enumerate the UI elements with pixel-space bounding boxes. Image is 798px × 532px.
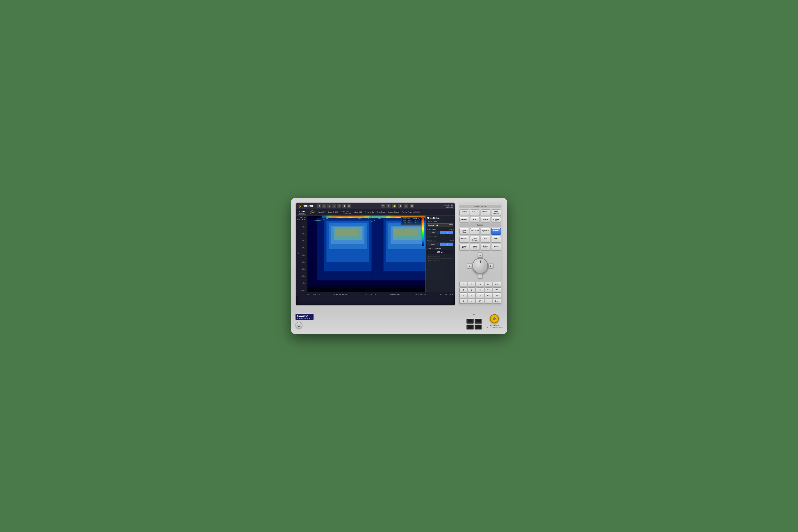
key-gn[interactable]: G/n: [485, 282, 492, 287]
system-button[interactable]: System: [481, 228, 490, 235]
download-icon[interactable]: ↓: [332, 204, 336, 208]
acq-time-label: Acq Time 30 ms: [440, 293, 453, 295]
amptd-button[interactable]: AMPTD: [459, 217, 469, 222]
arrow-down-row: ▼: [478, 274, 483, 279]
key-4[interactable]: 4: [459, 287, 467, 292]
pause-icon[interactable]: ⏸: [342, 204, 346, 208]
key-7[interactable]: 7: [459, 282, 467, 287]
network-icon[interactable]: ⊞: [410, 204, 414, 208]
usb-port-3[interactable]: [467, 325, 474, 329]
key-km[interactable]: k/m: [485, 293, 492, 298]
arrow-down-button[interactable]: ▼: [478, 274, 483, 279]
color-scale-bar: [422, 217, 424, 246]
usb-symbol: ⌁: [473, 312, 475, 317]
global-tab[interactable]: Global: [449, 240, 454, 242]
mode-meas-button[interactable]: Mode/ Meas: [459, 244, 469, 250]
power-button[interactable]: ⏻: [296, 322, 302, 329]
usb-port-1[interactable]: [467, 319, 474, 324]
meas-panel-close-btn[interactable]: ▾: [452, 217, 453, 220]
meas-tab[interactable]: Meas: [449, 224, 454, 226]
key-1[interactable]: 1: [459, 293, 467, 298]
trace-button[interactable]: Trace: [481, 217, 490, 222]
arrow-up-button[interactable]: ▲: [478, 252, 483, 258]
screen-toolbar: ↺ ↻ ∿ ↓ ⏱ ⏸ ✉: [317, 204, 351, 208]
finite-btn[interactable]: Finite: [440, 243, 453, 246]
measurement-section-title: Measurement: [459, 205, 501, 208]
preset-button[interactable]: Preset: [491, 228, 501, 235]
usb-port-4[interactable]: [475, 325, 482, 329]
x-start-label: Start 2.614 GHz: [307, 293, 320, 295]
key-esc[interactable]: Esc: [493, 282, 501, 287]
key-2[interactable]: 2: [468, 293, 475, 298]
rbw-label: RBW 100.431 kHz: [334, 293, 348, 295]
single-cont-button[interactable]: Single /Cont: [459, 228, 469, 235]
peak-search-button[interactable]: Peak Search: [491, 209, 501, 216]
freq-button[interactable]: FREQ: [459, 209, 469, 216]
meas-panel-header: Meas Setup ▾: [427, 217, 453, 220]
key-3[interactable]: 3: [476, 293, 484, 298]
trace-on-btn[interactable]: On: [427, 231, 440, 234]
sys-row-3: Mode/ Meas Meas Setup Quick Save Touch: [459, 244, 501, 250]
key-mu[interactable]: M/μ: [485, 287, 492, 292]
help-circle-icon[interactable]: ?: [386, 204, 391, 208]
y-axis-area: Log Mode Ref -50 dBm -60.0 -70.0 -80.0 -…: [296, 215, 307, 292]
restart-button[interactable]: Restart: [459, 236, 469, 243]
folder-icon[interactable]: 📁: [392, 204, 396, 208]
spectrum-chart[interactable]: Total Time: 349.561 s Total Frame: 11653…: [307, 215, 455, 292]
knob-area: ▲ ◀ ▶ ▼: [459, 252, 501, 279]
y-label-2: -70.0: [297, 233, 306, 235]
infinite-btn[interactable]: Infinite: [427, 243, 440, 246]
key-0[interactable]: 0: [459, 299, 467, 304]
key-5[interactable]: 5: [468, 287, 475, 292]
file-button[interactable]: File: [481, 236, 490, 243]
meas-setup-button[interactable]: Meas Setup: [470, 244, 480, 250]
quick-save-button[interactable]: Quick Save: [481, 244, 490, 250]
input-output-button[interactable]: Input/ Output: [470, 236, 480, 243]
finite-persistence-label: Finite Persistence: [427, 247, 453, 249]
ogram-view-start2: Ogram View Start: [427, 260, 453, 262]
key-backspace[interactable]: ←: [485, 299, 492, 304]
settings-icon[interactable]: ⚙: [398, 204, 402, 208]
input-info: Input: RF: [318, 211, 326, 213]
key-dot[interactable]: .: [468, 299, 475, 304]
bw-button[interactable]: BW: [470, 217, 480, 222]
rf-connector-body[interactable]: [490, 314, 499, 323]
wave-icon[interactable]: ∿: [327, 204, 331, 208]
camera-icon[interactable]: 📷: [381, 204, 385, 208]
arrow-right-button[interactable]: ▶: [489, 263, 493, 268]
bottom-axis: Start 2.614 GHz RBW 100.431 kHz Center 2…: [296, 292, 455, 296]
setting-tab[interactable]: Setting: [449, 229, 454, 231]
persistence-toggle: Infinite Finite: [427, 243, 453, 246]
history-icon[interactable]: ⏱: [337, 204, 341, 208]
key-enter[interactable]: Enter: [493, 299, 501, 304]
key-8[interactable]: 8: [468, 282, 475, 287]
svg-rect-32: [372, 215, 372, 292]
key-6[interactable]: 6: [476, 287, 484, 292]
limits-tab[interactable]: Limits: [449, 234, 454, 236]
list-icon[interactable]: ☰: [404, 204, 408, 208]
usb-port-2[interactable]: [475, 319, 482, 324]
touch-button[interactable]: Touch: [491, 244, 501, 250]
top-section: ⚡ SIGLENT ↺ ↻ ∿ ↓ ⏱ ⏸ ✉ 📷 ? 📁 ⚙: [291, 198, 507, 309]
x-center-label: Center 2.634 GHz: [362, 293, 376, 295]
user-menu-button[interactable]: User Menu: [470, 228, 480, 235]
arrow-up-row: ▲: [478, 252, 483, 258]
siglent-logo: ⚡ SIGLENT: [298, 204, 314, 208]
sweep-button[interactable]: Sweep: [470, 209, 480, 216]
arrow-left-button[interactable]: ◀: [467, 263, 472, 268]
marker-button[interactable]: Marker: [481, 209, 490, 216]
svg-rect-37: [336, 215, 359, 216]
help-button[interactable]: Help: [491, 236, 501, 243]
finite-persistence-value[interactable]: 100 ms: [427, 250, 453, 254]
trigger-button[interactable]: Trigger: [491, 217, 501, 222]
undo-icon[interactable]: ↺: [317, 204, 321, 208]
redo-icon[interactable]: ↻: [322, 204, 326, 208]
key-del[interactable]: Del: [493, 287, 501, 292]
key-9[interactable]: 9: [476, 282, 484, 287]
numeric-keypad: 7 8 9 G/n Esc 4 5 6 M/μ Del 1 2 3 k/m Ta…: [459, 282, 501, 304]
key-plusminus[interactable]: +/-: [476, 299, 484, 304]
message-icon[interactable]: ✉: [347, 204, 351, 208]
system-section-title: System: [459, 224, 501, 227]
key-tab[interactable]: Tab: [493, 293, 501, 298]
rotary-knob[interactable]: [472, 258, 488, 274]
